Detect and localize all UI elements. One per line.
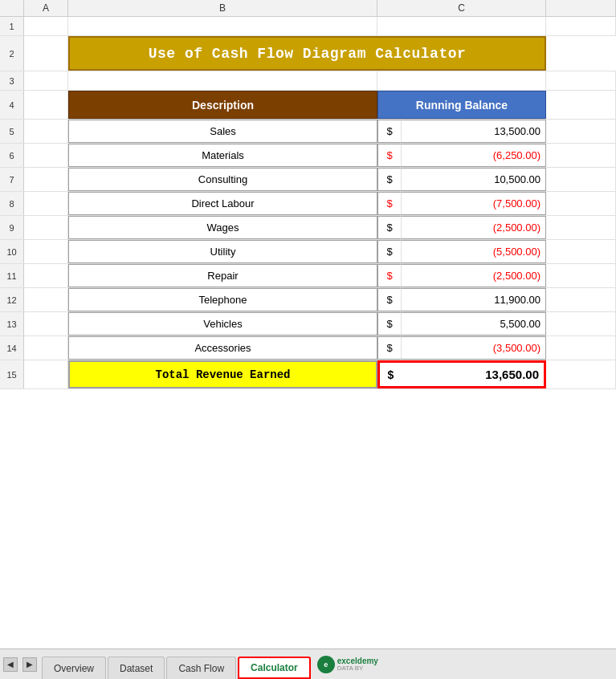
cell-8a	[24, 192, 68, 215]
cell-10d	[546, 240, 616, 263]
tab-calculator[interactable]: Calculator	[238, 657, 311, 679]
corner-cell	[0, 0, 24, 16]
cell-12d	[546, 288, 616, 311]
cell-6a	[24, 144, 68, 167]
cell-13a	[24, 312, 68, 335]
exceldemy-logo: e exceldemy DATA BY	[317, 656, 378, 673]
row-num-11: 11	[0, 264, 24, 287]
cell-desc-9: Wages	[68, 216, 377, 239]
row-num-8: 8	[0, 192, 24, 215]
cell-amount-10: (5,500.00)	[402, 240, 546, 263]
row-num-4: 4	[0, 91, 24, 119]
cell-14a	[24, 336, 68, 360]
cell-amount-13: 5,500.00	[402, 312, 546, 335]
row-num-6: 6	[0, 144, 24, 167]
spreadsheet: A B C 1 2 Use of Cash Flow Diagram Calcu…	[0, 0, 616, 649]
row-num-2: 2	[0, 36, 24, 71]
tab-nav-left[interactable]: ◀	[3, 657, 18, 672]
table-row: 6 Materials $ (6,250.00)	[0, 144, 616, 168]
cell-3b	[68, 71, 377, 90]
row-num-5: 5	[0, 120, 24, 143]
cell-10a	[24, 240, 68, 263]
col-header-running-balance: Running Balance	[377, 91, 546, 119]
col-header-d	[546, 0, 616, 16]
tab-overview[interactable]: Overview	[42, 657, 106, 679]
cell-desc-10: Utility	[68, 240, 377, 263]
table-row: 8 Direct Labour $ (7,500.00)	[0, 192, 616, 216]
cell-9d	[546, 216, 616, 239]
cell-8d	[546, 192, 616, 215]
table-row: 5 Sales $ 13,500.00	[0, 120, 616, 144]
cell-1a	[24, 17, 68, 35]
cell-desc-6: Materials	[68, 144, 377, 167]
cell-dollar-6: $	[377, 144, 402, 167]
cell-dollar-7: $	[377, 168, 402, 191]
cell-3d	[546, 71, 616, 90]
cell-amount-9: (2,500.00)	[402, 216, 546, 239]
cell-1b	[68, 17, 377, 35]
row-num-12: 12	[0, 288, 24, 311]
cell-desc-7: Consulting	[68, 168, 377, 191]
table-row: 4 Description Running Balance	[0, 91, 616, 120]
spreadsheet-title: Use of Cash Flow Diagram Calculator	[149, 46, 467, 62]
cell-15d	[546, 360, 616, 388]
logo-text: exceldemy DATA BY	[337, 657, 378, 673]
cell-5d	[546, 120, 616, 143]
table-row: 14 Accessories $ (3,500.00)	[0, 336, 616, 360]
cell-dollar-14: $	[377, 336, 402, 360]
cell-amount-8: (7,500.00)	[402, 192, 546, 215]
cell-5a	[24, 120, 68, 143]
tab-cashflow[interactable]: Cash Flow	[166, 657, 236, 679]
cell-desc-14: Accessories	[68, 336, 377, 360]
cell-9a	[24, 216, 68, 239]
table-row: 13 Vehicles $ 5,500.00	[0, 312, 616, 336]
table-row: 10 Utility $ (5,500.00)	[0, 240, 616, 264]
cell-15a	[24, 360, 68, 388]
cell-dollar-8: $	[377, 192, 402, 215]
data-rows: 5 Sales $ 13,500.00 6 Materials $ (6,250…	[0, 120, 616, 389]
balance-header-label: Running Balance	[416, 99, 508, 112]
col-header-b: B	[68, 0, 377, 16]
row-num-3: 3	[0, 71, 24, 90]
cell-2a	[24, 36, 68, 71]
table-row: 7 Consulting $ 10,500.00	[0, 168, 616, 192]
cell-14d	[546, 336, 616, 360]
cell-desc-11: Repair	[68, 264, 377, 287]
cell-dollar-12: $	[377, 288, 402, 311]
logo-icon: e	[317, 656, 335, 673]
cell-dollar-5: $	[377, 120, 402, 143]
tab-bar: ◀ ▶ OverviewDatasetCash FlowCalculator e…	[0, 649, 616, 679]
col-header-c: C	[377, 0, 546, 16]
cell-1c	[377, 17, 546, 35]
table-row: 9 Wages $ (2,500.00)	[0, 216, 616, 240]
cell-3c	[377, 71, 546, 90]
row-num-9: 9	[0, 216, 24, 239]
cell-total-dollar: $	[377, 360, 402, 388]
row-num-14: 14	[0, 336, 24, 360]
cell-desc-13: Vehicles	[68, 312, 377, 335]
tab-nav-right[interactable]: ▶	[22, 657, 37, 672]
cell-desc-5: Sales	[68, 120, 377, 143]
cell-13d	[546, 312, 616, 335]
cell-11a	[24, 264, 68, 287]
cell-dollar-10: $	[377, 240, 402, 263]
row-num-10: 10	[0, 240, 24, 263]
cell-dollar-11: $	[377, 264, 402, 287]
cell-3a	[24, 71, 68, 90]
description-header-label: Description	[192, 99, 254, 112]
cell-6d	[546, 144, 616, 167]
cell-total-amount: 13,650.00	[402, 360, 546, 388]
col-header-a: A	[24, 0, 68, 16]
cell-amount-5: 13,500.00	[402, 120, 546, 143]
cell-11d	[546, 264, 616, 287]
table-row: 2 Use of Cash Flow Diagram Calculator	[0, 36, 616, 71]
cell-amount-14: (3,500.00)	[402, 336, 546, 360]
table-row: 11 Repair $ (2,500.00)	[0, 264, 616, 288]
tab-dataset[interactable]: Dataset	[108, 657, 165, 679]
table-row: 12 Telephone $ 11,900.00	[0, 288, 616, 312]
row-num-15: 15	[0, 360, 24, 388]
col-header-description: Description	[68, 91, 377, 119]
cell-desc-8: Direct Labour	[68, 192, 377, 215]
sheet-tabs: OverviewDatasetCash FlowCalculator	[42, 649, 311, 679]
row-num-7: 7	[0, 168, 24, 191]
